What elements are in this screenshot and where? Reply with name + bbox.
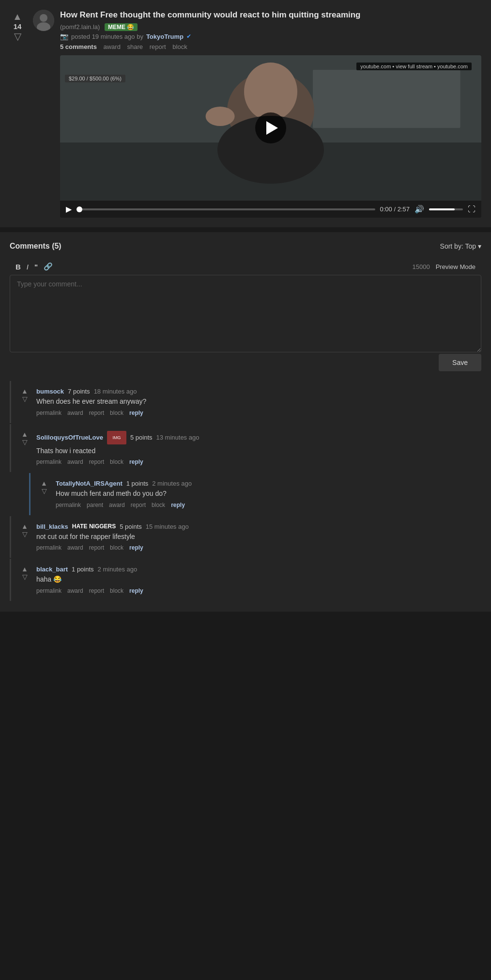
comment-text: Thats how i reacted xyxy=(36,446,481,456)
report-link[interactable]: report xyxy=(150,43,166,50)
svg-rect-5 xyxy=(313,70,460,128)
comment-downvote[interactable]: ▽ xyxy=(42,488,47,494)
report-link[interactable]: report xyxy=(89,587,104,594)
chevron-down-icon: ▾ xyxy=(478,242,481,250)
comment-upvote[interactable]: ▲ xyxy=(41,480,47,487)
comment-time: 15 minutes ago xyxy=(146,523,189,530)
comment-votes: ▲ ▽ xyxy=(19,431,31,445)
report-link[interactable]: report xyxy=(89,458,104,465)
reply-link[interactable]: reply xyxy=(129,544,143,551)
parent-link[interactable]: parent xyxy=(87,502,103,508)
permalink-link[interactable]: permalink xyxy=(36,458,61,465)
award-link[interactable]: award xyxy=(104,43,121,50)
comment-upvote[interactable]: ▲ xyxy=(21,566,28,572)
comment-author[interactable]: TotallyNotA_IRSAgent xyxy=(56,480,123,487)
comment-item: ▲ ▽ SoliloquysOfTrueLove IMG 5 points 13… xyxy=(10,424,481,473)
comment-upvote[interactable]: ▲ xyxy=(21,431,28,438)
comment-text: When does he ever stream anyway? xyxy=(36,397,481,407)
progress-bar[interactable] xyxy=(77,208,375,210)
video-overlay-bar: youtube.com • view full stream • youtube… xyxy=(356,63,472,70)
italic-button[interactable]: I xyxy=(27,263,29,271)
comment-author[interactable]: SoliloquysOfTrueLove xyxy=(36,434,103,441)
comment-upvote[interactable]: ▲ xyxy=(21,388,28,395)
comment-downvote[interactable]: ▽ xyxy=(22,395,28,402)
reply-link[interactable]: reply xyxy=(129,410,143,416)
preview-mode-button[interactable]: Preview Mode xyxy=(436,263,476,270)
permalink-link[interactable]: permalink xyxy=(36,410,61,416)
save-button[interactable]: Save xyxy=(439,354,481,371)
comment-body: bill_klacks HATE NIGGERS 5 points 15 min… xyxy=(36,523,481,552)
downvote-button[interactable]: ▽ xyxy=(14,32,21,41)
upvote-button[interactable]: ▲ xyxy=(13,12,22,21)
block-link[interactable]: block xyxy=(110,544,123,551)
report-link[interactable]: report xyxy=(89,410,104,416)
award-link[interactable]: award xyxy=(67,410,83,416)
progress-dot[interactable] xyxy=(77,206,82,212)
block-link[interactable]: block xyxy=(152,502,165,508)
comment-meta: black_bart 1 points 2 minutes ago xyxy=(36,566,481,573)
post-title: How Rent Free thought the community woul… xyxy=(60,10,481,20)
block-link[interactable]: block xyxy=(110,587,123,594)
post-author[interactable]: TokyoTrump xyxy=(146,33,184,40)
comment-downvote[interactable]: ▽ xyxy=(22,439,28,445)
comment-body: bumsock 7 points 18 minutes ago When doe… xyxy=(36,388,481,416)
reply-link[interactable]: reply xyxy=(129,458,143,465)
share-link[interactable]: share xyxy=(127,43,143,50)
comment-author[interactable]: bill_klacks xyxy=(36,523,68,530)
link-button[interactable]: 🔗 xyxy=(44,262,53,271)
save-btn-row: Save xyxy=(10,354,481,371)
bold-button[interactable]: B xyxy=(15,263,21,271)
block-link[interactable]: block xyxy=(110,410,123,416)
report-link[interactable]: report xyxy=(89,544,104,551)
permalink-link[interactable]: permalink xyxy=(36,587,61,594)
author-avatar xyxy=(33,10,54,31)
comment-item: ▲ ▽ black_bart 1 points 2 minutes ago ha… xyxy=(10,559,481,601)
comment-downvote[interactable]: ▽ xyxy=(22,531,28,537)
volume-button[interactable]: 🔊 xyxy=(414,205,424,214)
comment-item: ▲ ▽ bill_klacks HATE NIGGERS 5 points 15… xyxy=(10,516,481,558)
report-link[interactable]: report xyxy=(131,502,146,508)
award-link[interactable]: award xyxy=(67,458,83,465)
comment-input[interactable] xyxy=(10,275,481,352)
comment-vote-row: ▲ ▽ SoliloquysOfTrueLove IMG 5 points 13… xyxy=(19,431,481,466)
comment-downvote[interactable]: ▽ xyxy=(22,573,28,580)
camera-icon: 📷 xyxy=(60,32,68,40)
permalink-link[interactable]: permalink xyxy=(36,544,61,551)
svg-point-1 xyxy=(40,14,47,22)
award-link[interactable]: award xyxy=(67,587,83,594)
comments-count-link[interactable]: 5 comments xyxy=(60,43,97,50)
block-link[interactable]: block xyxy=(110,458,123,465)
comment-author[interactable]: bumsock xyxy=(36,388,64,395)
comment-body: SoliloquysOfTrueLove IMG 5 points 13 min… xyxy=(36,431,481,466)
post-content: How Rent Free thought the community woul… xyxy=(60,10,481,218)
reply-link[interactable]: reply xyxy=(129,587,143,594)
comment-meta: SoliloquysOfTrueLove IMG 5 points 13 min… xyxy=(36,431,481,444)
video-thumbnail[interactable]: youtube.com • view full stream • youtube… xyxy=(60,55,481,201)
comment-vote-row: ▲ ▽ black_bart 1 points 2 minutes ago ha… xyxy=(19,566,481,594)
award-link[interactable]: award xyxy=(67,544,83,551)
award-link[interactable]: award xyxy=(109,502,125,508)
play-pause-button[interactable]: ▶ xyxy=(66,205,72,214)
post-meta: 📷 posted 19 minutes ago by TokyoTrump ✔ xyxy=(60,32,481,40)
block-link[interactable]: block xyxy=(172,43,187,50)
fullscreen-button[interactable]: ⛶ xyxy=(468,205,476,214)
comment-votes: ▲ ▽ xyxy=(19,388,31,402)
comment-points: 7 points xyxy=(68,388,90,395)
play-button-overlay[interactable] xyxy=(255,112,286,143)
comment-author[interactable]: black_bart xyxy=(36,566,68,573)
quote-button[interactable]: " xyxy=(34,263,38,271)
video-controls: ▶ 0:00 / 2:57 🔊 ⛶ xyxy=(60,201,481,218)
volume-bar[interactable] xyxy=(429,208,463,210)
comment-upvote[interactable]: ▲ xyxy=(21,523,28,530)
comment-votes: ▲ ▽ xyxy=(38,480,50,494)
editor-toolbar: B I " 🔗 15000 Preview Mode xyxy=(10,258,481,275)
reply-link[interactable]: reply xyxy=(171,502,185,508)
comments-header: Comments (5) Sort by: Top ▾ xyxy=(10,242,481,251)
vote-count: 14 xyxy=(14,22,22,31)
sort-dropdown[interactable]: Sort by: Top ▾ xyxy=(440,242,481,250)
volume-fill xyxy=(429,208,455,210)
comment-list: ▲ ▽ bumsock 7 points 18 minutes ago When… xyxy=(10,381,481,602)
permalink-link[interactable]: permalink xyxy=(56,502,81,508)
vote-column: ▲ 14 ▽ xyxy=(8,10,27,41)
comment-vote-row: ▲ ▽ bill_klacks HATE NIGGERS 5 points 15… xyxy=(19,523,481,552)
